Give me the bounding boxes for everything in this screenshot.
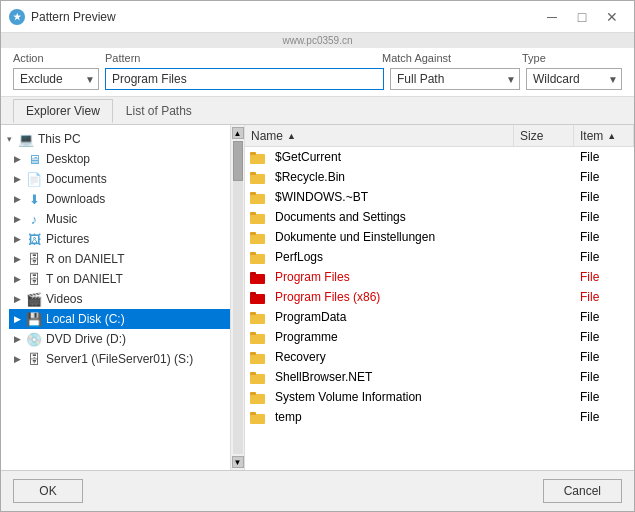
file-row[interactable]: Dokumente und EinstellungenFile [245,227,634,247]
file-row[interactable]: ProgrammeFile [245,327,634,347]
localc-label: Local Disk (C:) [46,312,125,326]
file-row[interactable]: RecoveryFile [245,347,634,367]
file-row[interactable]: ProgramDataFile [245,307,634,327]
dvdd-icon: 💿 [25,331,43,347]
file-row[interactable]: $GetCurrentFile [245,147,634,167]
expand-server: ▶ [9,354,25,364]
file-row[interactable]: PerfLogsFile [245,247,634,267]
tree-item-music[interactable]: ▶ ♪ Music [9,209,230,229]
window-icon: ★ [9,9,25,25]
file-folder-icon [249,249,267,265]
expand-ron: ▶ [9,254,25,264]
file-item-type: File [574,350,634,364]
svg-rect-24 [250,394,265,404]
file-folder-icon [249,329,267,345]
svg-rect-18 [250,334,265,344]
ton-icon: 🗄 [25,271,43,287]
file-row[interactable]: ShellBrowser.NETFile [245,367,634,387]
file-folder-icon [249,349,267,365]
tree-item-downloads[interactable]: ▶ ⬇ Downloads [9,189,230,209]
file-row[interactable]: Documents and SettingsFile [245,207,634,227]
pictures-icon: 🖼 [25,231,43,247]
expand-videos: ▶ [9,294,25,304]
file-name: Recovery [269,350,514,364]
svg-rect-20 [250,354,265,364]
match-dropdown[interactable]: Full Path Name Only [390,68,520,90]
tree-scrollbar[interactable]: ▲ ▼ [231,125,245,470]
file-name: ProgramData [269,310,514,324]
ok-button[interactable]: OK [13,479,83,503]
tree-item-desktop[interactable]: ▶ 🖥 Desktop [9,149,230,169]
action-header-label: Action [13,52,105,64]
minimize-button[interactable]: ─ [538,6,566,28]
file-name: Program Files [269,270,514,284]
col-header-size[interactable]: Size [514,125,574,146]
videos-label: Videos [46,292,82,306]
file-row[interactable]: tempFile [245,407,634,427]
action-dropdown[interactable]: Exclude Include [13,68,99,90]
tree-item-ton[interactable]: ▶ 🗄 T on DANIELT [9,269,230,289]
expand-desktop: ▶ [9,154,25,164]
bottom-bar: OK Cancel [1,470,634,511]
svg-rect-10 [250,254,265,264]
pattern-header-label: Pattern [105,52,382,64]
type-dropdown[interactable]: Wildcard Regex [526,68,622,90]
file-row[interactable]: Program Files (x86)File [245,287,634,307]
file-name: $WINDOWS.~BT [269,190,514,204]
tree-item-localc[interactable]: ▶ 💾 Local Disk (C:) [9,309,230,329]
file-name: Documents and Settings [269,210,514,224]
svg-rect-22 [250,374,265,384]
svg-rect-23 [250,372,256,375]
file-row[interactable]: $WINDOWS.~BTFile [245,187,634,207]
tree-item-thispc[interactable]: ▾ 💻 This PC [1,129,230,149]
expand-dvdd: ▶ [9,334,25,344]
scroll-down-btn[interactable]: ▼ [232,456,244,468]
maximize-button[interactable]: □ [568,6,596,28]
svg-rect-19 [250,332,256,335]
svg-rect-0 [250,154,265,164]
file-name: ShellBrowser.NET [269,370,514,384]
sort-arrow-item: ▲ [607,131,616,141]
file-row[interactable]: $Recycle.BinFile [245,167,634,187]
scroll-up-btn[interactable]: ▲ [232,127,244,139]
scroll-track [233,141,243,454]
tree-item-videos[interactable]: ▶ 🎬 Videos [9,289,230,309]
close-button[interactable]: ✕ [598,6,626,28]
scroll-thumb[interactable] [233,141,243,181]
file-folder-icon [249,189,267,205]
tree-item-ron[interactable]: ▶ 🗄 R on DANIELT [9,249,230,269]
tab-list-of-paths[interactable]: List of Paths [113,99,205,123]
svg-rect-27 [250,412,256,415]
tree-item-pictures[interactable]: ▶ 🖼 Pictures [9,229,230,249]
action-dropdown-wrapper: Exclude Include ▼ [13,68,99,90]
cancel-button[interactable]: Cancel [543,479,622,503]
desktop-label: Desktop [46,152,90,166]
file-folder-icon [249,289,267,305]
file-name: PerfLogs [269,250,514,264]
file-name: $GetCurrent [269,150,514,164]
file-row[interactable]: System Volume InformationFile [245,387,634,407]
file-folder-icon [249,169,267,185]
ron-icon: 🗄 [25,251,43,267]
content-area: ▾ 💻 This PC ▶ 🖥 Desktop ▶ 📄 Documents ▶ … [1,125,634,470]
main-window: ★ Pattern Preview ─ □ ✕ www.pc0359.cn Ac… [0,0,635,512]
tree-item-dvdd[interactable]: ▶ 💿 DVD Drive (D:) [9,329,230,349]
file-item-type: File [574,150,634,164]
localc-icon: 💾 [25,311,43,327]
expand-ton: ▶ [9,274,25,284]
tab-explorer-view[interactable]: Explorer View [13,99,113,123]
tree-item-documents[interactable]: ▶ 📄 Documents [9,169,230,189]
tree-panel: ▾ 💻 This PC ▶ 🖥 Desktop ▶ 📄 Documents ▶ … [1,125,231,470]
file-row[interactable]: Program FilesFile [245,267,634,287]
col-header-name[interactable]: Name ▲ [245,125,514,146]
expand-music: ▶ [9,214,25,224]
file-item-type: File [574,270,634,284]
tree-item-server[interactable]: ▶ 🗄 Server1 (\FileServer01) (S:) [9,349,230,369]
documents-icon: 📄 [25,171,43,187]
svg-rect-13 [250,272,256,275]
file-folder-icon [249,269,267,285]
file-item-type: File [574,210,634,224]
col-header-item[interactable]: Item ▲ [574,125,634,146]
pattern-input[interactable] [105,68,384,90]
dvdd-label: DVD Drive (D:) [46,332,126,346]
